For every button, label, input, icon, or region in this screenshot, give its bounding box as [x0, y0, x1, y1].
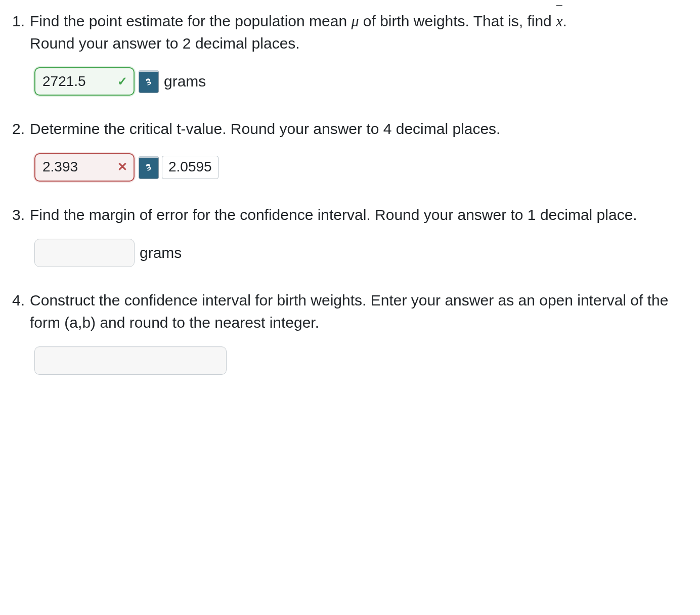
q1-text-a: Find the point estimate for the populati… [30, 13, 351, 29]
answer-input-1[interactable]: 2721.5 ✓ [34, 67, 135, 96]
q1-text-c: . [562, 13, 566, 29]
sigma-script-icon [143, 162, 154, 173]
answer-input-3[interactable] [34, 239, 135, 267]
answer-feedback-icon[interactable] [139, 70, 159, 93]
question-4-text: Construct the confidence interval for bi… [30, 289, 688, 333]
question-2-text: Determine the critical t-value. Round yo… [30, 118, 688, 140]
answer-input-2[interactable]: 2.393 ✕ [34, 153, 135, 182]
unit-label-1: grams [164, 70, 206, 93]
answer-feedback-icon[interactable] [139, 156, 159, 179]
answer-row-3: grams [34, 239, 688, 267]
answer-row-4 [34, 346, 688, 375]
question-2-number: 2. [12, 118, 30, 140]
x-bar-symbol: x [556, 10, 562, 32]
cross-icon: ✕ [116, 158, 128, 176]
q1-text-b: of birth weights. That is, find [359, 13, 556, 29]
answer-row-1: 2721.5 ✓ grams [34, 67, 688, 96]
question-3-number: 3. [12, 204, 30, 226]
answer-row-2: 2.393 ✕ 2.0595 [34, 153, 688, 182]
question-4-number: 4. [12, 289, 30, 312]
unit-label-3: grams [140, 242, 182, 264]
question-1-text: Find the point estimate for the populati… [30, 10, 688, 54]
mu-symbol: μ [351, 13, 359, 29]
question-1: 1. Find the point estimate for the popul… [12, 10, 688, 54]
q1-text-line2: Round your answer to 2 decimal places. [30, 35, 300, 52]
question-3-text: Find the margin of error for the confide… [30, 204, 688, 226]
question-2: 2. Determine the critical t-value. Round… [12, 118, 688, 140]
check-icon: ✓ [116, 73, 128, 91]
quiz-page: 1. Find the point estimate for the popul… [0, 0, 700, 427]
sigma-script-icon [143, 77, 154, 88]
question-3: 3. Find the margin of error for the conf… [12, 204, 688, 226]
question-4: 4. Construct the confidence interval for… [12, 289, 688, 333]
answer-value-2: 2.393 [42, 157, 116, 178]
answer-input-4[interactable] [34, 346, 227, 375]
correct-answer-2: 2.0595 [162, 156, 218, 179]
question-1-number: 1. [12, 10, 30, 32]
answer-value-1: 2721.5 [42, 71, 116, 92]
